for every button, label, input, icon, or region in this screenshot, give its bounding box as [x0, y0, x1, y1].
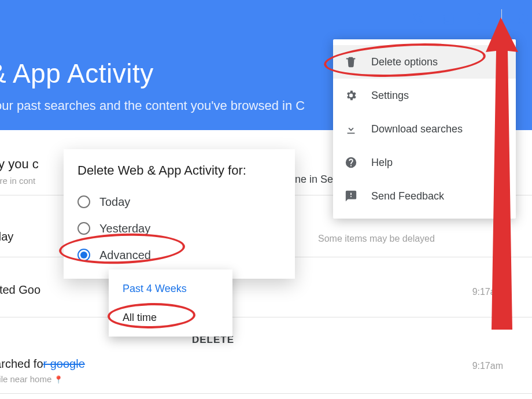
- gear-icon: [345, 89, 357, 102]
- svg-point-1: [478, 18, 480, 20]
- toolbar: [411, 6, 532, 35]
- delay-notice: Some items may be delayed: [318, 234, 435, 244]
- svg-point-6: [518, 18, 520, 20]
- activity-time: 9:17am: [472, 287, 503, 297]
- apps-icon[interactable]: [517, 13, 529, 27]
- menu-delete-options[interactable]: Delete options: [333, 45, 516, 79]
- calendar-today-icon[interactable]: [441, 12, 456, 29]
- radio-advanced[interactable]: Advanced: [77, 242, 281, 268]
- svg-point-8: [526, 18, 527, 20]
- radio-today[interactable]: Today: [77, 189, 281, 215]
- privacy-lead: nly you c ou're in cont: [0, 156, 39, 186]
- download-icon: [345, 123, 357, 135]
- activity-row-visited[interactable]: isited Goo: [0, 283, 40, 297]
- svg-point-9: [518, 22, 520, 24]
- svg-point-2: [478, 22, 480, 24]
- divider: [0, 317, 532, 317]
- svg-point-0: [478, 13, 480, 16]
- divider: [0, 393, 532, 394]
- trash-icon: [345, 56, 357, 68]
- svg-point-3: [518, 14, 520, 16]
- submenu-past-4-weeks[interactable]: Past 4 Weeks: [109, 274, 232, 303]
- radio-icon: [77, 195, 90, 208]
- activity-row-searched[interactable]: earched for google Vhile near home 📍: [0, 357, 85, 384]
- radio-icon: [77, 222, 90, 235]
- submenu-all-time[interactable]: All time: [109, 303, 232, 332]
- page-subtitle: your past searches and the content you'v…: [0, 98, 305, 113]
- overflow-menu: Delete options Settings Download searche…: [333, 39, 516, 219]
- radio-icon: [77, 249, 90, 261]
- svg-point-4: [522, 14, 523, 16]
- section-today: oday: [0, 230, 13, 243]
- feedback-icon: [345, 190, 357, 202]
- menu-help[interactable]: Help: [333, 146, 516, 179]
- dialog-title: Delete Web & App Activity for:: [77, 163, 281, 178]
- external-link-icon: [496, 157, 505, 169]
- advanced-submenu: Past 4 Weeks All time: [109, 269, 232, 337]
- menu-settings[interactable]: Settings: [333, 79, 516, 112]
- svg-point-10: [522, 22, 523, 24]
- search-icon[interactable]: [411, 12, 426, 29]
- page-title: & App Activity: [0, 58, 154, 89]
- radio-yesterday[interactable]: Yesterday: [77, 215, 281, 242]
- privacy-right-fragment: ne in Se: [295, 173, 333, 186]
- svg-point-5: [526, 14, 527, 16]
- delete-dialog: Delete Web & App Activity for: Today Yes…: [64, 149, 295, 279]
- location-pin-icon: 📍: [54, 375, 63, 384]
- svg-point-7: [522, 18, 523, 20]
- activity-time: 9:17am: [472, 361, 503, 371]
- help-icon: [345, 156, 357, 169]
- external-link-icon: [496, 90, 505, 102]
- svg-point-11: [526, 22, 527, 24]
- menu-send-feedback[interactable]: Send Feedback: [333, 179, 516, 213]
- toolbar-divider: [501, 9, 502, 31]
- more-vert-icon[interactable]: [471, 12, 486, 29]
- menu-download-searches[interactable]: Download searches: [333, 112, 516, 146]
